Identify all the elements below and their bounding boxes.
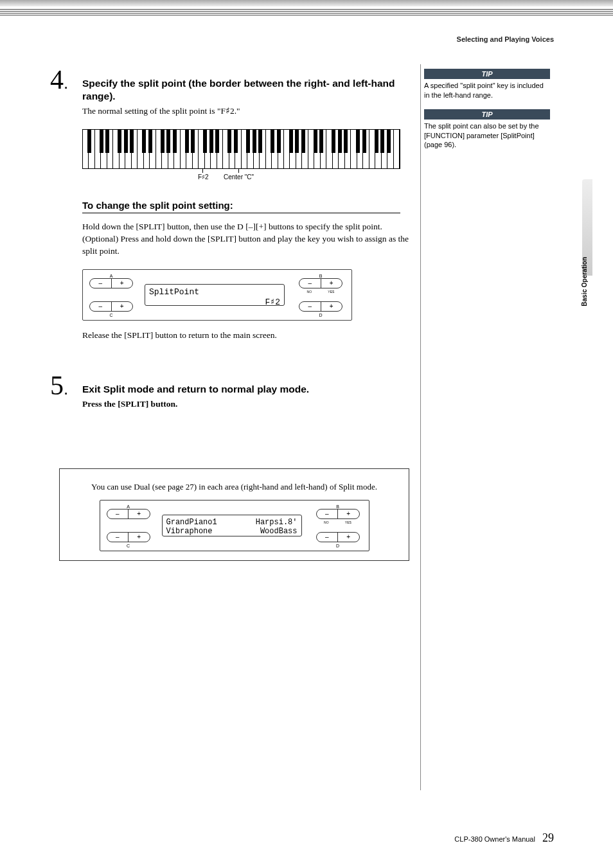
dual-note-text: You can use Dual (see page 27) in each a…: [69, 482, 400, 492]
step-5: 5. Exit Split mode and return to normal …: [51, 370, 411, 411]
side-tab-label: Basic Operation: [581, 257, 588, 306]
button-b: –+: [316, 509, 360, 519]
step-number: 5.: [50, 370, 68, 401]
lcd-dual: GrandPiano1Harpsi.8' VibraphoneWoodBass: [162, 515, 302, 536]
lcd-splitpoint: SplitPoint F♯2: [145, 284, 285, 306]
lcd-line1: SplitPoint: [149, 287, 280, 297]
btn-label-c: C: [107, 544, 150, 548]
lcd-dual-bl: Vibraphone: [166, 527, 213, 536]
release-text: Release the [SPLIT] button to return to …: [82, 330, 411, 342]
keyboard-label-center-c: Center "C": [224, 173, 254, 181]
step-body: The normal setting of the split point is…: [82, 105, 411, 118]
btn-b-sublabels: NOYES: [316, 520, 360, 524]
vertical-divider: [420, 64, 421, 790]
button-d: –+: [299, 301, 342, 312]
keyboard-diagram: F♯2 Center "C": [82, 129, 400, 179]
button-c: –+: [89, 301, 133, 312]
panel-diagram-splitpoint: A –+ –+ C SplitPoint F♯2 B –+ NOYES –+ D: [82, 269, 352, 321]
step-4: 4. Specify the split point (the border b…: [51, 64, 411, 179]
tip-header: TIP: [424, 69, 550, 79]
top-rule-lines: [0, 9, 613, 17]
step-title: Exit Split mode and return to normal pla…: [82, 370, 411, 396]
button-b: –+: [299, 278, 342, 288]
lcd-dual-br: WoodBass: [260, 527, 298, 536]
dual-mode-note-box: You can use Dual (see page 27) in each a…: [59, 468, 409, 561]
step-number: 4.: [50, 64, 68, 95]
step-title: Specify the split point (the border betw…: [82, 64, 411, 103]
main-content: 4. Specify the split point (the border b…: [51, 64, 411, 561]
btn-label-a: A: [107, 504, 150, 509]
button-c: –+: [107, 532, 150, 542]
top-gradient: [0, 0, 613, 6]
panel-diagram-dual: A –+ –+ C GrandPiano1Harpsi.8' Vibraphon…: [100, 500, 369, 551]
tip-2-body: The split point can also be set by the […: [424, 121, 550, 150]
footer-page: 29: [542, 831, 554, 844]
btn-label-d: D: [316, 544, 360, 548]
tip-header: TIP: [424, 109, 550, 120]
btn-label-b: B: [316, 504, 360, 509]
button-a: –+: [107, 509, 150, 519]
button-d: –+: [316, 532, 360, 542]
btn-label-d: D: [299, 313, 342, 317]
footer: CLP-380 Owner's Manual 29: [454, 831, 554, 845]
lcd-line2: F♯2: [149, 297, 280, 307]
sidebar-tips: TIP A specified "split point" key is inc…: [424, 69, 553, 159]
btn-b-sublabels: NOYES: [299, 290, 342, 294]
step-body: Press the [SPLIT] button.: [82, 398, 411, 411]
btn-label-c: C: [89, 313, 133, 317]
lcd-dual-tr: Harpsi.8': [256, 518, 298, 527]
keyboard-label-fsharp2: F♯2: [198, 173, 209, 181]
btn-label-b: B: [299, 274, 342, 278]
button-a: –+: [89, 278, 133, 288]
change-body-1: Hold down the [SPLIT] button, then use t…: [82, 221, 411, 233]
lcd-dual-tl: GrandPiano1: [166, 518, 217, 527]
btn-label-a: A: [89, 274, 133, 278]
subheading-change-split: To change the split point setting:: [82, 200, 400, 213]
change-body-2: (Optional) Press and hold down the [SPLI…: [82, 233, 411, 258]
page-section-header: Selecting and Playing Voices: [457, 35, 554, 43]
footer-manual: CLP-380 Owner's Manual: [454, 835, 535, 843]
tip-1-body: A specified "split point" key is include…: [424, 81, 550, 100]
